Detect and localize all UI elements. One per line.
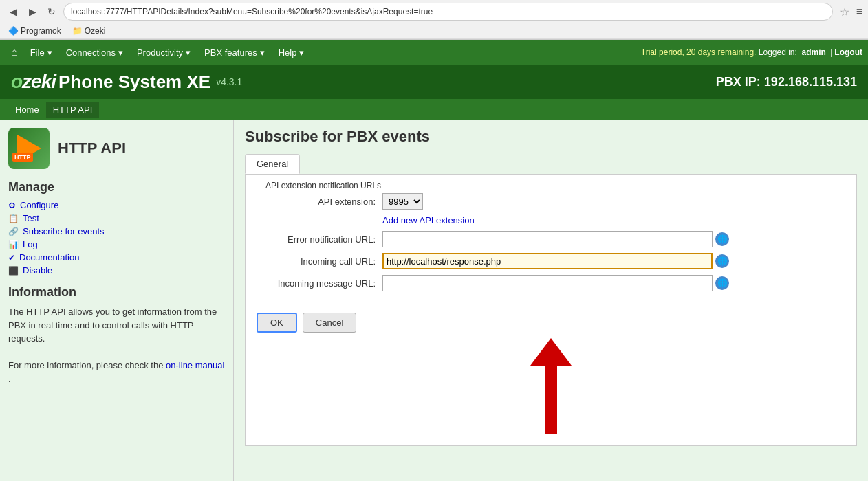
incoming-call-globe[interactable]: 🌐 <box>715 254 729 268</box>
nav-productivity[interactable]: Productivity ▾ <box>130 43 197 62</box>
sidebar-documentation[interactable]: ✔ Documentation <box>8 251 225 264</box>
logged-in-label: Logged in: <box>759 47 797 57</box>
ozeki-bookmark-label: Ozeki <box>85 26 106 36</box>
sidebar-disable[interactable]: ⬛ Disable <box>8 264 225 277</box>
nav-help-label: Help <box>279 47 297 58</box>
button-row: OK Cancel <box>257 313 845 333</box>
sidebar-configure[interactable]: ⚙ Configure <box>8 199 225 212</box>
incoming-call-input[interactable] <box>382 253 713 269</box>
error-url-input[interactable] <box>382 231 713 247</box>
test-icon: 📋 <box>8 214 19 223</box>
main-content: Subscribe for PBX events General API ext… <box>234 120 868 481</box>
nav-productivity-label: Productivity <box>137 47 183 58</box>
sidebar-subscribe[interactable]: 🔗 Subscribe for events <box>8 225 225 238</box>
incoming-call-row: Incoming call URL: 🌐 <box>265 253 836 269</box>
forward-button[interactable]: ▶ <box>25 4 40 19</box>
incoming-msg-globe[interactable]: 🌐 <box>715 276 729 290</box>
tab-general[interactable]: General <box>245 154 300 174</box>
incoming-msg-row: Incoming message URL: 🌐 <box>265 275 836 291</box>
info-more-suffix: . <box>8 374 11 384</box>
brand-version: v4.3.1 <box>216 76 242 87</box>
error-url-label: Error notification URL: <box>265 234 376 245</box>
manage-section-title: Manage <box>8 180 225 194</box>
sidebar-info-text: The HTTP API allows you to get informati… <box>8 305 225 385</box>
nav-connections-arrow: ▾ <box>118 47 123 58</box>
disable-label: Disable <box>23 265 52 276</box>
trial-text: Trial period, 20 days remaining. <box>641 47 757 57</box>
nav-help-arrow: ▾ <box>299 47 304 58</box>
subscribe-icon: 🔗 <box>8 227 19 236</box>
incoming-call-label: Incoming call URL: <box>265 256 376 267</box>
arrow-shaft <box>545 366 557 434</box>
nav-help[interactable]: Help ▾ <box>272 43 312 62</box>
nav-pbx-features[interactable]: PBX features ▾ <box>197 43 272 62</box>
breadcrumb-home[interactable]: Home <box>8 102 46 118</box>
nav-pbx-features-label: PBX features <box>204 47 257 58</box>
arrow-head <box>530 338 572 366</box>
sidebar: HTTP HTTP API Manage ⚙ Configure 📋 Test … <box>0 120 234 481</box>
add-api-link[interactable]: Add new API extension <box>382 215 836 225</box>
form-container: API extension notification URLs API exte… <box>245 174 857 446</box>
breadcrumb-http-api[interactable]: HTTP API <box>46 102 100 118</box>
main-nav: ⌂ File ▾ Connections ▾ Productivity ▾ PB… <box>0 40 868 65</box>
pbx-ip-value: 192.168.115.131 <box>764 75 857 89</box>
nav-file[interactable]: File ▾ <box>23 43 59 62</box>
log-icon: 📊 <box>8 240 19 249</box>
api-extension-section: API extension notification URLs API exte… <box>257 186 845 304</box>
browser-chrome: ◀ ▶ ↻ localhost:7777/HTTPAPIDetails/Inde… <box>0 0 868 40</box>
bookmarks-bar: 🔷 Programok 📁 Ozeki <box>0 23 868 39</box>
sidebar-log[interactable]: 📊 Log <box>8 238 225 251</box>
configure-icon: ⚙ <box>8 201 16 210</box>
nav-productivity-arrow: ▾ <box>186 47 191 58</box>
api-extension-label: API extension: <box>265 197 376 207</box>
home-button[interactable]: ⌂ <box>6 43 23 61</box>
sidebar-header: HTTP HTTP API <box>8 128 225 169</box>
bookmark-ozeki[interactable]: 📁 Ozeki <box>69 25 109 37</box>
up-arrow <box>530 338 572 434</box>
documentation-label: Documentation <box>19 252 79 262</box>
bookmark-star[interactable]: ☆ <box>840 5 849 19</box>
breadcrumb-bar: Home HTTP API <box>0 99 868 120</box>
url-text: localhost:7777/HTTPAPIDetails/Index?subM… <box>71 7 433 16</box>
info-paragraph: The HTTP API allows you to get informati… <box>8 305 225 346</box>
arrow-container <box>257 338 845 434</box>
cancel-button[interactable]: Cancel <box>303 313 356 333</box>
api-extension-select[interactable]: 9995 <box>382 193 423 210</box>
pbx-ip-label: PBX IP: <box>716 75 761 89</box>
incoming-msg-label: Incoming message URL: <box>265 278 376 289</box>
online-manual-link[interactable]: on-line manual <box>166 360 224 370</box>
address-bar[interactable]: localhost:7777/HTTPAPIDetails/Index?subM… <box>63 3 833 21</box>
nav-pbx-features-arrow: ▾ <box>260 47 265 58</box>
nav-connections-label: Connections <box>66 47 116 58</box>
sidebar-icon: HTTP <box>8 128 50 169</box>
sidebar-title: HTTP API <box>58 139 126 157</box>
api-extension-control: 9995 <box>382 193 423 210</box>
nav-file-label: File <box>30 47 45 58</box>
refresh-button[interactable]: ↻ <box>44 4 59 19</box>
nav-file-arrow: ▾ <box>47 47 52 58</box>
error-url-globe[interactable]: 🌐 <box>715 232 729 246</box>
subscribe-label: Subscribe for events <box>23 226 105 236</box>
brand-zeki: zeki <box>22 71 56 92</box>
tab-bar: General <box>245 154 857 174</box>
brand-ip: PBX IP: 192.168.115.131 <box>716 75 857 89</box>
http-badge: HTTP <box>12 153 33 162</box>
info-more-prefix: For more information, please check the <box>8 360 166 370</box>
sidebar-test[interactable]: 📋 Test <box>8 212 225 225</box>
browser-menu-button[interactable]: ≡ <box>856 5 862 18</box>
back-button[interactable]: ◀ <box>6 4 21 19</box>
ozeki-bookmark-icon: 📁 <box>72 26 83 36</box>
ok-button[interactable]: OK <box>257 313 297 333</box>
page-title: Subscribe for PBX events <box>245 128 857 146</box>
error-url-control: 🌐 <box>382 231 729 247</box>
logout-link[interactable]: Logout <box>834 47 862 57</box>
page-layout: HTTP HTTP API Manage ⚙ Configure 📋 Test … <box>0 120 868 481</box>
incoming-msg-input[interactable] <box>382 275 713 291</box>
incoming-call-control: 🌐 <box>382 253 729 269</box>
brand-logo: ozeki Phone System XE v4.3.1 <box>11 71 242 93</box>
nav-connections[interactable]: Connections ▾ <box>59 43 130 62</box>
disable-icon: ⬛ <box>8 266 19 276</box>
section-title: API extension notification URLs <box>263 181 384 190</box>
error-url-row: Error notification URL: 🌐 <box>265 231 836 247</box>
bookmark-programok[interactable]: 🔷 Programok <box>6 25 64 37</box>
